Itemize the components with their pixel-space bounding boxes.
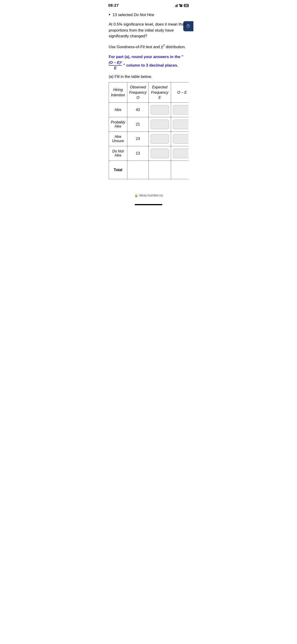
- total-expected: [148, 161, 171, 179]
- data-table-wrapper: HiringIntention ObservedFrequencyO Expec…: [109, 82, 188, 179]
- observed-do-not-hire: 13: [127, 146, 149, 161]
- table-header-row: HiringIntention ObservedFrequencyO Expec…: [109, 82, 188, 103]
- observed-hire: 43: [127, 103, 149, 117]
- expected-prob-hire-input-cell: [148, 117, 171, 132]
- expected-hire-input[interactable]: [150, 105, 169, 115]
- paragraph-significance: At 0.5% significance level, does it mean…: [109, 22, 188, 39]
- col-header-expected: ExpectedFrequencyE: [148, 82, 171, 103]
- paragraph-test: Use Goodness-of-Fit test and χ2 distribu…: [109, 43, 188, 50]
- oe-dnh-input-cell: [171, 146, 188, 161]
- expected-dnh-input[interactable]: [150, 148, 169, 158]
- oe-dnh-input[interactable]: [173, 148, 188, 158]
- oe-prob-hire-input-cell: [171, 117, 188, 132]
- row-label-hire-unsure: HireUnsure: [109, 132, 127, 146]
- table-row: Do NotHire 13: [109, 146, 188, 161]
- oe-unsure-input[interactable]: [173, 134, 188, 144]
- expected-dnh-input-cell: [148, 146, 171, 161]
- oe-hire-input-cell: [171, 103, 188, 117]
- expected-unsure-input[interactable]: [150, 134, 169, 144]
- observed-probably-hire: 21: [127, 117, 149, 132]
- home-indicator: [135, 204, 162, 205]
- table-row: HireUnsure 23: [109, 132, 188, 146]
- data-table: HiringIntention ObservedFrequencyO Expec…: [109, 82, 188, 179]
- row-label-hire: Hire: [109, 103, 127, 117]
- fill-instruction: (a) Fill in the table below.: [109, 74, 188, 79]
- battery-indicator: 26: [184, 4, 189, 7]
- col-header-oe: O − E: [171, 82, 188, 103]
- expected-prob-hire-input[interactable]: [150, 120, 169, 129]
- main-content: • 13 selected Do Not Hire At 0.5% signif…: [104, 9, 194, 191]
- expected-hire-input-cell: [148, 103, 171, 117]
- fraction-denominator: E: [114, 66, 116, 70]
- total-label: Total: [109, 161, 127, 179]
- bullet-dot: •: [109, 12, 110, 17]
- table-row: Hire 43: [109, 103, 188, 117]
- oe-prob-hire-input[interactable]: [173, 120, 188, 129]
- bullet-item: • 13 selected Do Not Hire: [109, 12, 188, 17]
- bullet-text: 13 selected Do Not Hire: [112, 13, 154, 17]
- formula-suffix: " column to 3 decimal places.: [123, 63, 178, 68]
- table-row-total: Total: [109, 161, 188, 179]
- row-label-probably-hire: ProbablyHire: [109, 117, 127, 132]
- observed-hire-unsure: 23: [127, 132, 149, 146]
- footer-url: ideas.humber.ca: [139, 194, 163, 197]
- lock-icon: 🔒: [134, 194, 138, 197]
- fraction-numerator: (O − E)²: [109, 60, 122, 66]
- footer: 🔒 ideas.humber.ca: [104, 191, 194, 204]
- time-display: 08:27: [108, 3, 119, 8]
- do-not-hire-label: Do Not Hire: [134, 13, 154, 17]
- total-observed: [127, 161, 149, 179]
- formula-display: (O − E)² E " column to 3 decimal places.: [109, 60, 188, 70]
- table-row: ProbablyHire 21: [109, 117, 188, 132]
- row-label-do-not-hire: Do NotHire: [109, 146, 127, 161]
- chi-squared-symbol: χ2: [161, 44, 164, 49]
- wifi-icon: 📶︎: [179, 4, 182, 8]
- status-icons: 📶︎ 26: [173, 4, 189, 8]
- col-header-intention: HiringIntention: [109, 82, 127, 103]
- oe-fraction: (O − E)² E: [109, 60, 122, 70]
- total-oe: [171, 161, 188, 179]
- col-header-observed: ObservedFrequencyO: [127, 82, 149, 103]
- oe-hire-input[interactable]: [173, 105, 188, 115]
- status-bar: 08:27 📶︎ 26: [104, 0, 194, 9]
- instruction-part-a: For part (a), round your answers in the …: [109, 54, 188, 60]
- oe-unsure-input-cell: [171, 132, 188, 146]
- signal-icon: [173, 4, 178, 7]
- expected-unsure-input-cell: [148, 132, 171, 146]
